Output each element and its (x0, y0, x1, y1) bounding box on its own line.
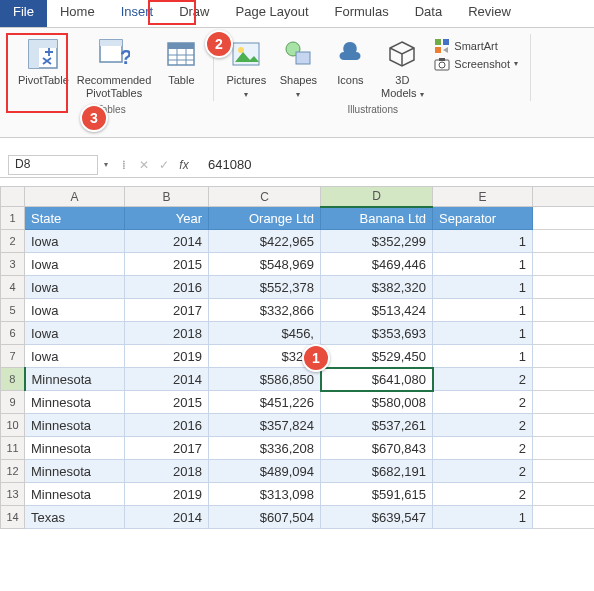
cell[interactable] (533, 483, 595, 506)
tab-draw[interactable]: Draw (166, 0, 222, 27)
cell[interactable] (533, 253, 595, 276)
cell[interactable]: 2019 (125, 483, 209, 506)
formula-input[interactable]: 641080 (194, 155, 594, 174)
icons-button[interactable]: Icons (324, 34, 376, 89)
col-header-d[interactable]: D (321, 187, 433, 207)
cell[interactable]: $591,615 (321, 483, 433, 506)
cell[interactable]: 2015 (125, 253, 209, 276)
insert-function-colon-icon[interactable]: ⁞ (114, 158, 134, 172)
cell[interactable]: $353,693 (321, 322, 433, 345)
spreadsheet-grid[interactable]: A B C D E 1 State Year Orange Ltd Banana… (0, 186, 594, 529)
cell[interactable]: Iowa (25, 322, 125, 345)
cell[interactable]: 1 (433, 299, 533, 322)
fx-icon[interactable]: fx (174, 158, 194, 172)
cell[interactable]: 2 (433, 414, 533, 437)
cell[interactable]: $451,226 (209, 391, 321, 414)
cell[interactable]: 2014 (125, 368, 209, 391)
cell[interactable]: $357,824 (209, 414, 321, 437)
cell[interactable]: $332,866 (209, 299, 321, 322)
cell[interactable]: 2 (433, 460, 533, 483)
cell[interactable]: $548,969 (209, 253, 321, 276)
recommended-pivot-button[interactable]: ? Recommended PivotTables (73, 34, 156, 101)
cell[interactable]: $641,080 (321, 368, 433, 391)
cell[interactable]: $682,191 (321, 460, 433, 483)
cell[interactable]: 1 (433, 322, 533, 345)
cell[interactable]: 1 (433, 345, 533, 368)
cell[interactable] (533, 207, 595, 230)
row-header[interactable]: 5 (1, 299, 25, 322)
shapes-button[interactable]: Shapes▾ (272, 34, 324, 101)
cell[interactable]: Minnesota (25, 437, 125, 460)
cell[interactable]: 2014 (125, 230, 209, 253)
cell[interactable]: State (25, 207, 125, 230)
cell[interactable]: $352,299 (321, 230, 433, 253)
col-header-c[interactable]: C (209, 187, 321, 207)
tab-home[interactable]: Home (47, 0, 108, 27)
cell[interactable] (533, 276, 595, 299)
row-header[interactable]: 8 (1, 368, 25, 391)
cell[interactable] (533, 345, 595, 368)
cell[interactable] (533, 230, 595, 253)
cell[interactable]: 2016 (125, 276, 209, 299)
cell[interactable]: 2016 (125, 414, 209, 437)
tab-page-layout[interactable]: Page Layout (223, 0, 322, 27)
screenshot-button[interactable]: Screenshot ▾ (434, 56, 518, 72)
cell[interactable] (533, 322, 595, 345)
col-header-a[interactable]: A (25, 187, 125, 207)
cell[interactable] (533, 391, 595, 414)
cell[interactable]: Texas (25, 506, 125, 529)
row-header[interactable]: 6 (1, 322, 25, 345)
cell[interactable]: $639,547 (321, 506, 433, 529)
cell[interactable]: 1 (433, 253, 533, 276)
pivot-table-button[interactable]: PivotTable (14, 34, 73, 89)
cell[interactable]: 2 (433, 483, 533, 506)
cell[interactable]: 2 (433, 368, 533, 391)
cell[interactable]: $537,261 (321, 414, 433, 437)
row-header[interactable]: 4 (1, 276, 25, 299)
row-header[interactable]: 7 (1, 345, 25, 368)
cell[interactable]: 2017 (125, 437, 209, 460)
row-header[interactable]: 14 (1, 506, 25, 529)
cell[interactable]: Orange Ltd (209, 207, 321, 230)
cell[interactable] (533, 368, 595, 391)
cell[interactable]: $422,965 (209, 230, 321, 253)
cell[interactable]: 2018 (125, 460, 209, 483)
row-header[interactable]: 13 (1, 483, 25, 506)
cell[interactable] (533, 414, 595, 437)
tab-data[interactable]: Data (402, 0, 455, 27)
cell[interactable]: Minnesota (25, 414, 125, 437)
cell[interactable] (533, 299, 595, 322)
cell[interactable]: $489,094 (209, 460, 321, 483)
cell[interactable]: 2015 (125, 391, 209, 414)
cell[interactable]: Minnesota (25, 391, 125, 414)
tab-file[interactable]: File (0, 0, 47, 27)
cell[interactable] (533, 506, 595, 529)
cell[interactable]: $586,850 (209, 368, 321, 391)
cell[interactable]: $513,424 (321, 299, 433, 322)
cell[interactable]: Minnesota (25, 460, 125, 483)
cell[interactable]: Iowa (25, 345, 125, 368)
name-box-dropdown-icon[interactable]: ▾ (98, 160, 114, 169)
cancel-icon[interactable]: ✕ (134, 158, 154, 172)
row-header[interactable]: 2 (1, 230, 25, 253)
cell[interactable]: 1 (433, 506, 533, 529)
cell[interactable]: Iowa (25, 230, 125, 253)
table-button[interactable]: Table (155, 34, 207, 89)
cell[interactable]: 2 (433, 437, 533, 460)
col-header-f[interactable] (533, 187, 595, 207)
cell[interactable] (533, 437, 595, 460)
row-header[interactable]: 9 (1, 391, 25, 414)
enter-icon[interactable]: ✓ (154, 158, 174, 172)
col-header-e[interactable]: E (433, 187, 533, 207)
cell[interactable]: $580,008 (321, 391, 433, 414)
cell[interactable]: 2018 (125, 322, 209, 345)
cell[interactable]: Iowa (25, 276, 125, 299)
cell[interactable]: $670,843 (321, 437, 433, 460)
cell[interactable]: $469,446 (321, 253, 433, 276)
cell[interactable]: $382,320 (321, 276, 433, 299)
cell[interactable]: Separator (433, 207, 533, 230)
cell[interactable]: 1 (433, 276, 533, 299)
row-header[interactable]: 10 (1, 414, 25, 437)
cell[interactable]: 2 (433, 391, 533, 414)
smartart-button[interactable]: SmartArt (434, 38, 518, 54)
